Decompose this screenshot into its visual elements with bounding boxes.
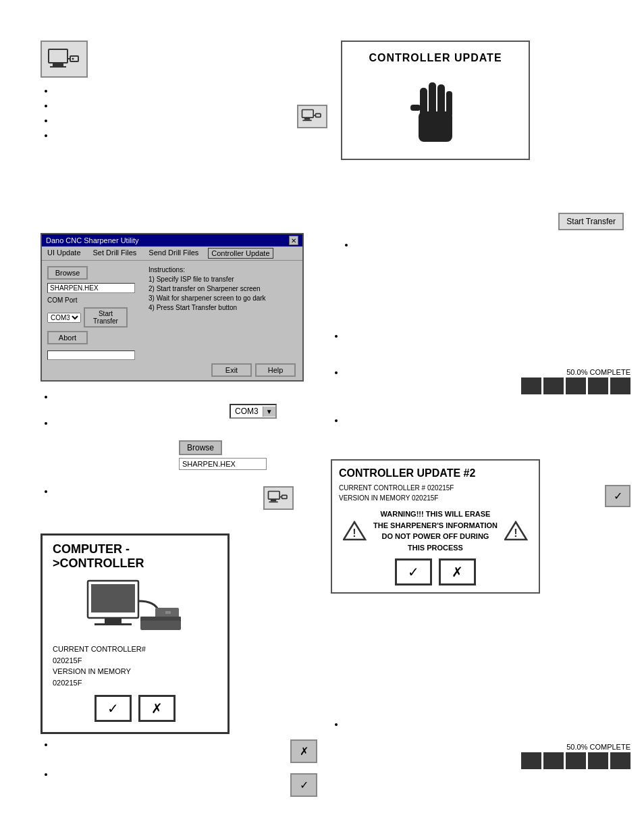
progress-block2-4 xyxy=(588,752,608,769)
utility-abort-btn[interactable]: Abort xyxy=(47,331,88,344)
progress-area-2: 50.0% COMPLETE xyxy=(521,743,630,769)
instructions-title: Instructions: xyxy=(149,266,266,273)
svg-rect-17 xyxy=(269,492,280,500)
computer-illustration xyxy=(53,577,217,638)
utility-file-input[interactable] xyxy=(47,283,135,293)
com-select-row: COM3 Start Transfer xyxy=(47,307,142,328)
browse-area: Browse SHARPEN.HEX xyxy=(179,440,267,470)
right-progress-bullets xyxy=(331,331,344,377)
progress-block2-2 xyxy=(543,752,564,769)
cu2-current-controller: CURRENT CONTROLLER # 020215F xyxy=(339,483,532,493)
x-button-standalone[interactable]: ✗ xyxy=(290,739,317,763)
utility-instructions: Instructions: 1) Specify ISP file to tra… xyxy=(149,266,266,360)
computer-controller-box: COMPUTER ->CONTROLLER CURRENT CONTROLLER… xyxy=(41,533,230,734)
browse-button[interactable]: Browse xyxy=(179,440,222,455)
utility-help-btn[interactable]: Help xyxy=(255,363,296,377)
com-port-row: COM Port xyxy=(47,296,142,304)
svg-rect-23 xyxy=(91,584,135,613)
utility-window: Dano CNC Sharpener Utility ✕ UI Update S… xyxy=(41,233,304,382)
cu2-buttons: ✓ ✗ xyxy=(339,558,532,585)
menu-controller-update[interactable]: Controller Update xyxy=(208,248,273,259)
close-button[interactable]: ✕ xyxy=(289,236,298,245)
browse-input: SHARPEN.HEX xyxy=(179,458,267,470)
utility-progress-bar xyxy=(47,350,135,360)
cu2-check-btn[interactable]: ✓ xyxy=(395,558,432,585)
check-button-right[interactable]: ✓ xyxy=(605,485,630,507)
controller-update-panel: CONTROLLER UPDATE xyxy=(341,41,530,160)
svg-rect-2 xyxy=(50,66,66,68)
cu2-version-memory: VERSION IN MEMORY 020215F xyxy=(339,493,532,503)
warning-triangle-right: ! xyxy=(504,521,528,541)
progress-bar-row-1 xyxy=(521,377,630,394)
computer-controller-buttons: ✓ ✗ xyxy=(53,695,217,722)
svg-rect-27 xyxy=(165,611,171,614)
bullet-item-4 xyxy=(54,130,311,140)
com-port-label: COM Port xyxy=(47,296,77,304)
controller-update-title: CONTROLLER UPDATE xyxy=(352,52,518,64)
warning-triangle-left: ! xyxy=(343,521,367,541)
bottom-left-bullets xyxy=(41,739,54,779)
cu2-warning: ! WARNING!!! THIS WILL ERASE THE SHARPEN… xyxy=(339,509,532,553)
connection-svg xyxy=(47,46,81,73)
left-top-bullets xyxy=(41,86,311,140)
svg-rect-15 xyxy=(446,91,452,117)
progress-label-1: 50.0% COMPLETE xyxy=(521,368,630,376)
instruction-1: 1) Specify ISP file to transfer xyxy=(149,276,266,283)
computer-controller-title: COMPUTER ->CONTROLLER xyxy=(53,542,217,571)
com3-bullets xyxy=(41,392,54,427)
svg-text:!: ! xyxy=(514,527,517,539)
com3-dropdown-arrow[interactable]: ▼ xyxy=(263,407,275,417)
computer-controller-check-btn[interactable]: ✓ xyxy=(95,695,132,722)
progress-area-1: 50.0% COMPLETE xyxy=(521,368,630,394)
small-connection-icon xyxy=(297,105,327,128)
progress-block-1 xyxy=(521,377,541,394)
progress-label-2: 50.0% COMPLETE xyxy=(521,743,630,751)
cu2-x-btn[interactable]: ✗ xyxy=(439,558,476,585)
utility-footer: Exit Help xyxy=(211,363,296,377)
svg-rect-16 xyxy=(410,105,421,111)
com3-dropdown[interactable]: COM3 ▼ xyxy=(230,404,277,419)
svg-rect-18 xyxy=(271,500,276,502)
cc-info-line1: CURRENT CONTROLLER# xyxy=(53,645,146,653)
bullet-item-1 xyxy=(54,86,311,95)
svg-rect-13 xyxy=(429,82,436,116)
svg-rect-14 xyxy=(437,84,445,117)
menu-ui-update[interactable]: UI Update xyxy=(45,248,84,259)
progress-block2-5 xyxy=(610,752,630,769)
svg-rect-9 xyxy=(316,113,321,117)
instruction-2: 2) Start transfer on Sharpener screen xyxy=(149,285,266,292)
bullet-item-3 xyxy=(54,115,311,125)
svg-rect-25 xyxy=(95,623,132,625)
svg-rect-12 xyxy=(420,88,427,118)
right-bottom-bullet xyxy=(331,719,344,729)
svg-rect-24 xyxy=(105,618,122,623)
computer-controller-info: CURRENT CONTROLLER# 020215F VERSION IN M… xyxy=(53,644,217,688)
instruction-4: 4) Press Start Transfer button xyxy=(149,304,266,311)
progress-block-2 xyxy=(543,377,564,394)
progress-block-5 xyxy=(610,377,630,394)
right-bullet-start xyxy=(341,240,354,249)
svg-point-5 xyxy=(72,57,74,59)
computer-controller-x-btn[interactable]: ✗ xyxy=(138,695,176,722)
svg-rect-20 xyxy=(282,495,288,498)
svg-text:!: ! xyxy=(352,527,356,539)
start-transfer-button[interactable]: Start Transfer xyxy=(558,213,624,230)
svg-rect-6 xyxy=(302,110,314,118)
controller-update2-panel: CONTROLLER UPDATE #2 CURRENT CONTROLLER … xyxy=(331,459,540,594)
utility-browse-btn[interactable]: Browse xyxy=(47,266,88,280)
utility-start-transfer-btn[interactable]: Start Transfer xyxy=(84,307,128,328)
svg-rect-29 xyxy=(140,621,181,630)
progress-bar-row-2 xyxy=(521,752,630,769)
svg-rect-0 xyxy=(49,49,68,63)
utility-left-panel: Browse COM Port COM3 Start Transfer Abor… xyxy=(47,266,142,360)
icon2-bullet xyxy=(41,486,54,496)
menu-send-drill[interactable]: Send Drill Files xyxy=(146,248,201,259)
menu-set-drill[interactable]: Set Drill Files xyxy=(90,248,140,259)
small-connection-svg xyxy=(300,108,324,125)
progress-block2-3 xyxy=(566,752,586,769)
check-button-standalone[interactable]: ✓ xyxy=(290,773,317,797)
utility-exit-btn[interactable]: Exit xyxy=(211,363,252,377)
com-port-select[interactable]: COM3 xyxy=(47,313,81,323)
progress-block2-1 xyxy=(521,752,541,769)
utility-menubar[interactable]: UI Update Set Drill Files Send Drill Fil… xyxy=(42,246,302,261)
